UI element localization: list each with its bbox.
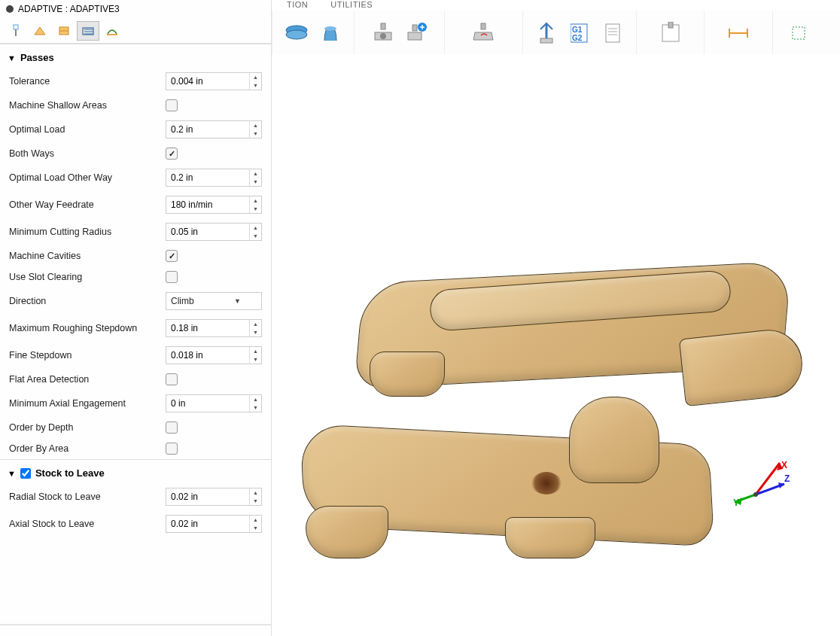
optimal-load-other-input[interactable]: ▲▼ <box>166 169 262 187</box>
contour-tool-icon[interactable] <box>317 20 342 46</box>
operation-panel: ADAPTIVE : ADAPTIVE3 ▼ Passes Tolerance … <box>0 0 272 636</box>
flat-area-detection-checkbox[interactable] <box>166 373 178 385</box>
machine-shallow-label: Machine Shallow Areas <box>9 100 166 111</box>
multi-axis-icon[interactable] <box>470 20 496 46</box>
model-foot-upper-right <box>679 327 806 406</box>
select-icon[interactable] <box>786 20 811 46</box>
direction-label: Direction <box>9 296 166 306</box>
min-cutting-radius-input[interactable]: ▲▼ <box>166 223 262 241</box>
wood-knot <box>531 472 562 494</box>
minimize-icon[interactable] <box>6 5 14 13</box>
svg-rect-15 <box>412 25 417 31</box>
svg-rect-12 <box>381 23 385 29</box>
chevron-down-icon: ▼ <box>214 297 261 305</box>
svg-rect-19 <box>540 38 552 43</box>
tab-tool[interactable] <box>5 21 27 41</box>
svg-rect-23 <box>606 24 619 42</box>
tab-heights[interactable] <box>53 21 75 41</box>
model-foot-upper-left <box>370 351 445 397</box>
min-axial-engagement-label: Minimum Axial Engagement <box>9 398 166 409</box>
axis-y-label: Y <box>733 498 739 508</box>
min-axial-engagement-input[interactable]: ▲▼ <box>166 394 262 412</box>
generate-icon[interactable] <box>534 20 559 46</box>
use-slot-clearing-label: Use Slot Clearing <box>9 272 166 282</box>
max-rough-stepdown-label: Maximum Roughing Stepdown <box>9 323 166 333</box>
svg-rect-0 <box>14 25 18 29</box>
ribbon-tab[interactable]: UTILITIES <box>330 0 373 9</box>
order-by-area-label: Order By Area <box>9 443 166 454</box>
drilling-plus-icon[interactable] <box>403 20 429 46</box>
svg-text:G1: G1 <box>572 26 583 34</box>
axis-z-label: Z <box>784 473 790 484</box>
setup-sheet-icon[interactable] <box>600 20 625 46</box>
svg-rect-32 <box>793 27 805 39</box>
axial-stock-label: Axial Stock to Leave <box>9 519 166 529</box>
tab-geometry[interactable] <box>29 21 51 41</box>
both-ways-label: Both Ways <box>9 148 166 159</box>
section-title: Stock to Leave <box>35 467 105 479</box>
svg-point-39 <box>753 492 758 497</box>
model-foot-lower-right <box>505 517 595 558</box>
ribbon-tabs: TION UTILITIES <box>272 0 388 9</box>
panel-title: ADAPTIVE : ADAPTIVE3 <box>18 4 120 14</box>
optimal-load-other-label: Optimal Load Other Way <box>9 172 166 183</box>
model-foot-lower-left <box>306 506 388 558</box>
svg-point-10 <box>286 30 307 39</box>
order-by-depth-label: Order by Depth <box>9 422 166 433</box>
machine-cavities-checkbox[interactable] <box>166 250 178 262</box>
viewport-canvas[interactable]: X Y Z <box>272 54 840 636</box>
chevron-down-icon: ▼ <box>8 53 16 62</box>
direction-select[interactable]: Climb▼ <box>166 292 262 310</box>
chevron-down-icon: ▼ <box>8 469 16 478</box>
measure-icon[interactable] <box>726 20 751 46</box>
manage-icon[interactable] <box>658 20 683 46</box>
panel-footer-divider <box>0 624 271 625</box>
model-head-lower <box>569 397 659 483</box>
section-passes-header[interactable]: ▼ Passes <box>0 44 271 68</box>
tolerance-input[interactable]: ▲▼ <box>166 72 262 90</box>
nc-code-icon[interactable]: G1G2 <box>567 20 592 46</box>
radial-stock-input[interactable]: ▲▼ <box>166 488 262 506</box>
max-rough-stepdown-input[interactable]: ▲▼ <box>166 319 262 337</box>
tolerance-label: Tolerance <box>9 76 166 87</box>
drilling-icon[interactable] <box>370 20 396 46</box>
flat-area-detection-label: Flat Area Detection <box>9 374 166 385</box>
axial-stock-input[interactable]: ▲▼ <box>166 515 262 533</box>
svg-rect-18 <box>481 23 485 29</box>
section-stock-header[interactable]: ▼ Stock to Leave <box>0 459 271 483</box>
section-title: Passes <box>20 52 54 63</box>
tab-passes[interactable] <box>77 21 99 41</box>
ribbon-tab[interactable]: TION <box>287 0 308 9</box>
svg-point-14 <box>380 33 386 39</box>
stock-to-leave-checkbox[interactable] <box>20 468 31 479</box>
optimal-load-input[interactable]: ▲▼ <box>166 120 262 138</box>
svg-text:G2: G2 <box>572 34 583 42</box>
svg-point-11 <box>324 26 336 31</box>
fine-stepdown-input[interactable]: ▲▼ <box>166 346 262 364</box>
machine-cavities-label: Machine Cavities <box>9 251 166 261</box>
svg-rect-16 <box>408 32 422 40</box>
axis-x-label: X <box>781 460 787 470</box>
svg-rect-8 <box>107 34 117 35</box>
radial-stock-label: Radial Stock to Leave <box>9 491 166 502</box>
panel-title-row: ADAPTIVE : ADAPTIVE3 <box>0 0 271 18</box>
order-by-depth-checkbox[interactable] <box>166 421 178 434</box>
min-cutting-radius-label: Minimum Cutting Radius <box>9 227 166 237</box>
surface-tool-icon[interactable] <box>284 20 309 46</box>
other-way-feedrate-input[interactable]: ▲▼ <box>166 196 262 214</box>
order-by-area-checkbox[interactable] <box>166 443 178 455</box>
machine-shallow-checkbox[interactable] <box>166 99 178 111</box>
tab-linking[interactable] <box>101 21 123 41</box>
axis-gizmo[interactable]: X Y Z <box>735 455 795 516</box>
fine-stepdown-label: Fine Stepdown <box>9 350 166 361</box>
use-slot-clearing-checkbox[interactable] <box>166 271 178 283</box>
svg-rect-28 <box>668 22 673 28</box>
both-ways-checkbox[interactable] <box>166 148 178 160</box>
optimal-load-label: Optimal Load <box>9 124 166 135</box>
other-way-feedrate-label: Other Way Feedrate <box>9 199 166 210</box>
panel-tabs <box>0 18 271 44</box>
